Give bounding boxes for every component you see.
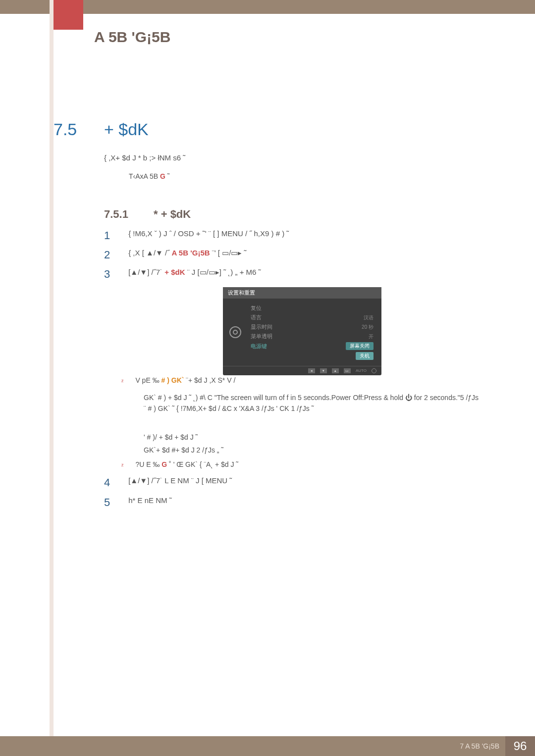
osd-footer-buttons: ◂ ▾ ▴ ▭ AUTO [223, 366, 381, 375]
osd-row-reset: 复位 [248, 303, 376, 313]
step-number-3: 3 [104, 268, 124, 281]
step2-mid: /˝ [163, 249, 172, 257]
up-icon: ▴ [332, 368, 339, 373]
chapter-badge [54, 0, 83, 30]
osd-displaytime-label: 显示时间 [251, 323, 272, 331]
osd-powerkey-value2: 关机 [356, 352, 374, 360]
osd-header: 设置和重置 [223, 287, 381, 299]
step-4: 4 [▲/▼] /˝7˙ L E NM ¨ J [ MENU ˜ [104, 476, 232, 489]
bullet2-pre: ?U E ‰ [135, 460, 161, 468]
bullet2-post: ˚ ' Œ GK` { ¨A˛ + $d J ˜ [167, 460, 238, 468]
step-5: 5 h* E nE NM ˜ [104, 496, 172, 509]
paragraph-1: GK` # ) + $d J ˜ ˛) #\ C "The screen wil… [144, 392, 481, 414]
step-1-text: { !M6,X ˇ ) J ˆ / OSD + ˜' ¨ [ ] MENU / … [128, 229, 289, 238]
subsection-title: * + $dK [154, 208, 191, 221]
step2-highlight: A 5B 'G¡5B [171, 249, 210, 257]
osd-body: 复位 语言 汉语 显示时间 20 秒 菜单透明 开 电源键 屏幕关闭 关机 [223, 299, 381, 366]
step-4-text: [▲/▼] /˝7˙ L E NM ¨ J [ MENU ˜ [128, 476, 232, 485]
bullet1-highlight: # ) GK` [161, 376, 184, 384]
step-2-text: { ,X [ ▲/▼ /˝ A 5B 'G¡5B ¨' [ ▭/▭▸ ˜ [128, 249, 246, 257]
paragraph-2: ' # )/ + $d + $d J ˜ [144, 432, 198, 443]
gear-icon [229, 326, 241, 338]
step3-mid: ] /˝7˙ [147, 268, 164, 276]
section-number: 7.5 [54, 120, 77, 139]
step-number-1: 1 [104, 229, 124, 242]
step-number-4: 4 [104, 476, 124, 489]
step-5-text: h* E nE NM ˜ [128, 496, 172, 504]
osd-transparency-label: 菜单透明 [251, 333, 272, 340]
osd-transparency-value: 开 [369, 333, 374, 340]
chapter-title: A 5B 'G¡5B [94, 29, 170, 46]
bullet2-highlight: G [161, 460, 167, 468]
step2-pre: { ,X [ [128, 249, 146, 257]
step2-post: ¨' [ ▭/▭▸ ˜ [210, 249, 247, 257]
osd-reset-label: 复位 [251, 304, 262, 312]
menu-icon: ▭ [344, 368, 351, 373]
footer-bar: 7 A 5B 'G¡5B 96 [0, 736, 535, 756]
step-2: 2 { ,X [ ▲/▼ /˝ A 5B 'G¡5B ¨' [ ▭/▭▸ ˜ [104, 249, 246, 261]
osd-powerkey-label: 电源键 [251, 343, 267, 350]
osd-row-language: 语言 汉语 [248, 313, 376, 322]
osd-list: 复位 语言 汉语 显示时间 20 秒 菜单透明 开 电源键 屏幕关闭 关机 [248, 303, 381, 361]
bullet1-post: ¨+ $d J ,X S* V / [184, 376, 235, 384]
bullet-2: z ?U E ‰ G ˚ ' Œ GK` { ¨A˛ + $d J ˜ [121, 460, 238, 468]
osd-language-label: 语言 [251, 314, 262, 321]
osd-displaytime-value: 20 秒 [362, 324, 374, 331]
bullet-1: z V pE ‰ # ) GK` ¨+ $d J ,X S* V / [121, 376, 235, 384]
left-icon: ◂ [308, 368, 315, 373]
osd-row-displaytime: 显示时间 20 秒 [248, 322, 376, 332]
step-3: 3 [▲/▼] /˝7˙ + $dK ¨ J [▭/▭▸] ˜ ˛) „ + M… [104, 268, 261, 281]
step-number-2: 2 [104, 249, 124, 261]
footer-breadcrumb: 7 A 5B 'G¡5B [460, 742, 499, 750]
osd-row-powerkey2: 关机 [248, 351, 376, 361]
subnote-post: ˜ [165, 172, 170, 180]
step-3-text: [▲/▼] /˝7˙ + $dK ¨ J [▭/▭▸] ˜ ˛) „ + M6 … [128, 268, 261, 277]
section-title: + $dK [104, 120, 149, 139]
step-number-5: 5 [104, 496, 124, 509]
subnote-pre: T‹AxA 5B [129, 172, 160, 180]
up-down-icon: ▲/▼ [146, 249, 163, 257]
intro-subnote: T‹AxA 5B G ˜ [129, 172, 169, 180]
subsection-number: 7.5.1 [104, 208, 128, 221]
osd-row-powerkey: 电源键 屏幕关闭 [248, 341, 376, 351]
osd-icon-column [223, 303, 248, 361]
bullet1-pre: V pE ‰ [135, 376, 161, 384]
page-number: 96 [505, 736, 535, 756]
step-1: 1 { !M6,X ˇ ) J ˆ / OSD + ˜' ¨ [ ] MENU … [104, 229, 289, 242]
osd-language-value: 汉语 [364, 314, 374, 321]
osd-powerkey-value1: 屏幕关闭 [346, 342, 374, 350]
osd-row-transparency: 菜单透明 开 [248, 332, 376, 341]
step3-highlight: + $dK [164, 268, 185, 276]
left-strip [50, 0, 54, 756]
down-icon: ▾ [320, 368, 327, 373]
up-down-icon: ▲/▼ [130, 268, 147, 276]
step3-post: ¨ J [▭/▭▸] ˜ ˛) „ + M6 ˜ [185, 268, 261, 276]
up-down-icon: ▲/▼ [130, 476, 147, 485]
auto-label: AUTO [356, 368, 367, 373]
bullet-mark: z [121, 462, 124, 467]
osd-menu-screenshot: 设置和重置 复位 语言 汉语 显示时间 20 秒 菜单透明 开 电源键 屏幕关闭 [223, 287, 381, 375]
subnote-highlight: G [160, 172, 165, 180]
bullet-mark: z [121, 378, 124, 383]
step4-post: ] /˝7˙ L E NM ¨ J [ MENU ˜ [147, 476, 232, 485]
intro-note: { ,X+ $d J * b ;> łNM s6 ˜ [104, 153, 185, 162]
power-icon [372, 368, 376, 373]
paragraph-3: GK`+ $d #+ $d J 2 /ƒJs „ ˜ [144, 445, 223, 455]
